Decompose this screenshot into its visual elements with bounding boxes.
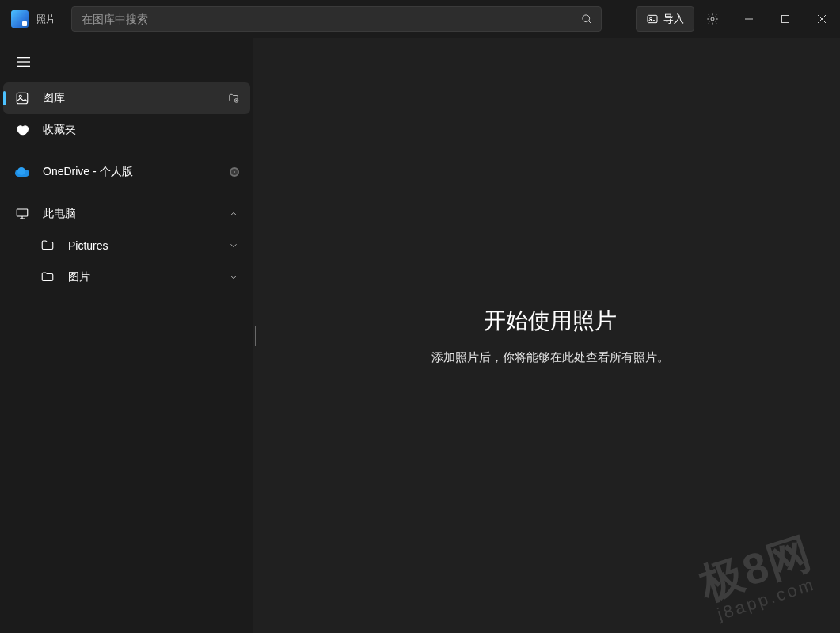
minimize-icon bbox=[745, 15, 753, 23]
svg-point-0 bbox=[582, 14, 589, 21]
app-title: 照片 bbox=[36, 13, 55, 26]
watermark: 极8网 j8app.com bbox=[695, 530, 823, 626]
sidebar-splitter[interactable] bbox=[253, 38, 260, 633]
main-content: 开始使用照片 添加照片后，你将能够在此处查看所有照片。 极8网 j8app.co… bbox=[260, 38, 840, 633]
collapse-toggle[interactable] bbox=[228, 208, 239, 219]
settings-button[interactable] bbox=[694, 6, 731, 32]
gear-icon bbox=[706, 13, 719, 25]
import-button[interactable]: 导入 bbox=[636, 6, 694, 32]
sidebar-item-gallery[interactable]: 图库 bbox=[3, 82, 250, 114]
empty-state-title: 开始使用照片 bbox=[484, 306, 617, 336]
onedrive-status-icon bbox=[230, 167, 239, 177]
search-icon bbox=[581, 13, 593, 25]
sidebar-item-pictures-folder[interactable]: Pictures bbox=[3, 230, 250, 261]
svg-rect-12 bbox=[17, 93, 28, 104]
add-folder-button[interactable] bbox=[228, 93, 239, 104]
heart-icon bbox=[14, 122, 30, 138]
watermark-line1: 极8网 bbox=[694, 528, 818, 608]
sidebar-item-onedrive[interactable]: OneDrive - 个人版 bbox=[3, 156, 250, 188]
expand-toggle[interactable] bbox=[228, 240, 239, 251]
sidebar-item-label: 此电脑 bbox=[43, 207, 76, 221]
sidebar-divider bbox=[3, 193, 250, 193]
sidebar-item-this-pc[interactable]: 此电脑 bbox=[3, 198, 250, 230]
app-logo-icon bbox=[11, 10, 29, 28]
minimize-button[interactable] bbox=[731, 0, 767, 38]
svg-rect-17 bbox=[17, 209, 28, 216]
sidebar-item-favorites[interactable]: 收藏夹 bbox=[3, 114, 250, 146]
sidebar: 图库 收藏夹 OneDrive - 个人版 此电脑 bbox=[0, 38, 253, 633]
add-folder-icon bbox=[228, 93, 239, 104]
import-label: 导入 bbox=[663, 12, 684, 26]
folder-icon bbox=[40, 269, 55, 285]
folder-icon bbox=[40, 238, 55, 254]
sidebar-item-tupian-folder[interactable]: 图片 bbox=[3, 261, 250, 293]
watermark-line2: j8app.com bbox=[709, 574, 823, 625]
sidebar-item-label: Pictures bbox=[68, 239, 108, 252]
chevron-down-icon bbox=[228, 272, 239, 283]
import-icon bbox=[646, 13, 659, 25]
svg-point-4 bbox=[711, 17, 714, 21]
gallery-icon bbox=[14, 90, 30, 106]
search-input[interactable] bbox=[72, 13, 572, 25]
titlebar: 照片 导入 bbox=[0, 0, 840, 38]
monitor-icon bbox=[14, 206, 30, 222]
body-row: 图库 收藏夹 OneDrive - 个人版 此电脑 bbox=[0, 38, 840, 633]
onedrive-icon bbox=[14, 164, 30, 180]
expand-toggle[interactable] bbox=[228, 272, 239, 283]
splitter-grip-icon bbox=[255, 326, 257, 346]
search-box[interactable] bbox=[71, 6, 602, 32]
chevron-up-icon bbox=[228, 208, 239, 219]
sidebar-item-label: 收藏夹 bbox=[43, 123, 76, 137]
maximize-button[interactable] bbox=[767, 0, 804, 38]
close-button[interactable] bbox=[804, 0, 840, 38]
svg-line-1 bbox=[588, 21, 591, 23]
close-icon bbox=[818, 15, 826, 23]
sidebar-item-label: OneDrive - 个人版 bbox=[43, 165, 133, 179]
sidebar-item-label: 图片 bbox=[68, 270, 90, 284]
search-button[interactable] bbox=[572, 7, 601, 31]
hamburger-icon bbox=[17, 56, 30, 67]
maximize-icon bbox=[781, 15, 789, 23]
svg-rect-6 bbox=[782, 16, 789, 23]
sidebar-item-label: 图库 bbox=[43, 91, 65, 105]
empty-state-subtitle: 添加照片后，你将能够在此处查看所有照片。 bbox=[431, 350, 669, 365]
sidebar-divider bbox=[3, 151, 250, 151]
chevron-down-icon bbox=[228, 240, 239, 251]
hamburger-button[interactable] bbox=[8, 48, 40, 76]
svg-point-13 bbox=[19, 95, 21, 97]
